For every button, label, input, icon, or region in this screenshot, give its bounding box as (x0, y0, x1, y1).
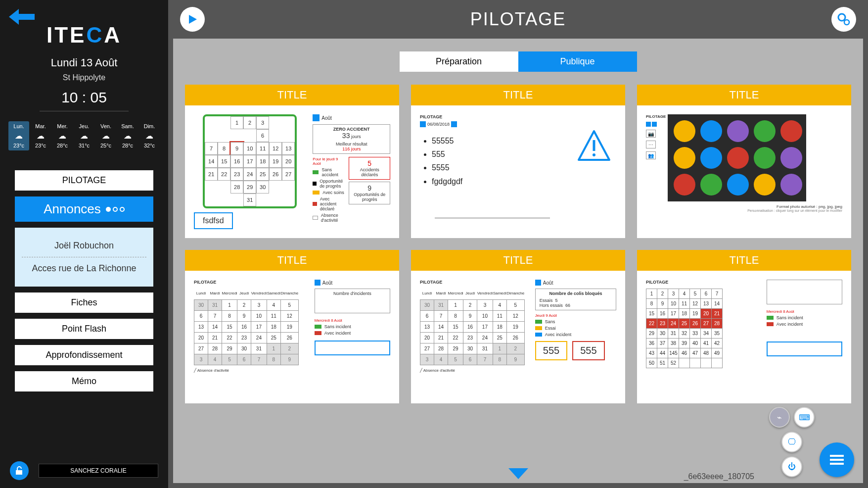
location-label: St Hippolyte (0, 73, 168, 82)
bluetooth-button[interactable]: ⌁ (769, 407, 790, 428)
month-label: Août (543, 280, 553, 286)
legend-title: Mercredi 8 Août (315, 318, 390, 323)
month-label: Août (321, 115, 332, 121)
floating-buttons: ⌁ ⌨ 🖵 ⏻ (769, 407, 854, 477)
cross-calendar: 1236789101112131415161718192021222324252… (203, 114, 297, 208)
weather-day[interactable]: Ven.☁25°c (95, 121, 116, 150)
menu-button[interactable] (820, 442, 854, 477)
legend-title: Mercredi 8 Août (767, 309, 842, 314)
input-essais[interactable]: 555 (535, 341, 567, 360)
card-4[interactable]: TITLE PILOTAGE LundiMardiMercrediJeudiVe… (185, 250, 399, 403)
weather-day[interactable]: Mer.☁28°c (52, 121, 73, 150)
card-2[interactable]: TITLE PILOTAGE 06/08/2018 555555555555fg… (411, 85, 625, 238)
announcements-panel: Joël RobuchonAcces rue de La Richonne (15, 228, 153, 287)
page-title: PILOTAGE (205, 9, 831, 30)
calendar: 1234567891011121314151617181920212223242… (646, 289, 723, 368)
power-button[interactable]: ⏻ (781, 456, 802, 477)
input-incidents[interactable]: 555 (572, 341, 604, 360)
nav-memo[interactable]: Mémo (15, 371, 153, 391)
unlock-button[interactable] (10, 461, 29, 480)
tab-row: Préparation Publique (173, 51, 863, 72)
list-item: fgdgdgdf (432, 175, 565, 188)
play-icon (187, 14, 198, 25)
card-title: TITLE (637, 85, 851, 105)
weather-day[interactable]: Dim.☁32°c (139, 121, 160, 150)
card-1[interactable]: TITLE 1236789101112131415161718192021222… (185, 85, 399, 238)
empty-box (767, 280, 842, 304)
nav-annonces-label: Annonces (44, 201, 101, 217)
nav-point-flash[interactable]: Point Flash (15, 319, 153, 339)
svg-marker-7 (508, 468, 528, 479)
list-item: 5555 (432, 161, 565, 174)
camera-icon: 📷 (646, 130, 656, 138)
time-label: 10 : 05 (0, 89, 168, 116)
caption: Format photo autorisé : png, jpg, jpeg (668, 204, 842, 209)
calendar: LundiMardiMercrediJeudiVendrediSamediDim… (420, 289, 525, 365)
svg-marker-1 (189, 15, 197, 24)
chevron-down-icon (508, 468, 528, 479)
tag-input: fsdfsd (194, 212, 233, 229)
card-title: TITLE (185, 85, 399, 105)
weather-day[interactable]: Jeu.☁31°c (74, 121, 94, 150)
svg-point-3 (844, 20, 849, 25)
svg-point-2 (838, 14, 845, 21)
mini-title: PILOTAGE (646, 114, 661, 119)
play-button[interactable] (180, 7, 205, 32)
legend-item: Avec incident (777, 322, 803, 327)
keyboard-icon: ⌨ (799, 413, 810, 422)
card-5[interactable]: TITLE PILOTAGE LundiMardiMercrediJeudiVe… (411, 250, 625, 403)
card-title: TITLE (411, 250, 625, 271)
user-label: SANCHEZ CORALIE (39, 464, 158, 478)
weather-day[interactable]: Sam.☁28°c (117, 121, 138, 150)
stat-box-opportunities: 9Opportunités de progrès (349, 182, 390, 204)
nav-approfondissement[interactable]: Approfondissement (15, 345, 153, 365)
topbar: PILOTAGE (168, 0, 868, 39)
chart-title-box: Nombre d'incidents (315, 289, 390, 313)
date-badge: 06/08/2018 (427, 122, 450, 127)
announcement-item[interactable]: Acces rue de La Richonne (22, 257, 146, 280)
tab-preparation[interactable]: Préparation (400, 51, 518, 72)
announcement-item[interactable]: Joël Robuchon (22, 235, 146, 257)
nav-pilotage[interactable]: PILOTAGE (15, 170, 153, 191)
list-item: 55555 (432, 134, 565, 147)
scroll-down-button[interactable] (508, 468, 528, 481)
card-title: TITLE (637, 250, 851, 271)
prev-month-icon (313, 114, 320, 121)
legend-item: Essai (545, 326, 556, 331)
nav-fiches[interactable]: Fiches (15, 293, 153, 313)
empty-input[interactable] (315, 341, 390, 355)
people-icon: 👥 (646, 151, 656, 159)
card-3[interactable]: TITLE PILOTAGE 📷 ⋯ 👥 (637, 85, 851, 238)
prev-icon (420, 121, 426, 127)
card-title: TITLE (411, 85, 625, 105)
caption2: Personnalisation : cliquer long sur un é… (668, 209, 842, 212)
legend-item: Avec incident (324, 331, 351, 336)
sidebar: ITECA Lundi 13 Août St Hippolyte 10 : 05… (0, 0, 168, 488)
legend-title: Pour le jeudi 9 Août (313, 157, 346, 166)
nav-annonces[interactable]: Annonces (15, 196, 153, 222)
content-area: Préparation Publique TITLE 1236789101112… (173, 39, 863, 483)
keyboard-button[interactable]: ⌨ (794, 407, 815, 428)
gear-icon (837, 12, 851, 26)
warning-icon (577, 129, 611, 164)
bullet-list: 555555555555fgdgdgdf (420, 134, 565, 188)
empty-input[interactable] (767, 342, 842, 356)
card-6[interactable]: TITLE PILOTAGE 1234567891011121314151617… (637, 250, 851, 403)
chart-title-box: Nombre de colis bloqués Essais 5 Hors es… (535, 289, 616, 310)
display-button[interactable]: 🖵 (781, 432, 802, 452)
legend-item: Sans incident (777, 315, 803, 320)
hamburger-icon (829, 454, 845, 465)
weather-day[interactable]: Mar.☁23°c (30, 121, 51, 150)
footnote: Absence d'activité (197, 368, 229, 373)
settings-button[interactable] (831, 7, 856, 32)
more-icon: ⋯ (646, 141, 656, 148)
tab-publique[interactable]: Publique (518, 51, 637, 72)
card-grid: TITLE 1236789101112131415161718192021222… (173, 85, 863, 403)
mini-title: PILOTAGE (646, 280, 760, 285)
bluetooth-icon: ⌁ (777, 413, 782, 422)
logo: ITECA (0, 23, 168, 48)
power-icon: ⏻ (788, 462, 796, 471)
weather-day[interactable]: Lun.☁23°c (8, 121, 29, 150)
legend-item: Avec incident (545, 332, 571, 337)
stat-box-accidents: 5Accidents déclarés (349, 157, 390, 180)
